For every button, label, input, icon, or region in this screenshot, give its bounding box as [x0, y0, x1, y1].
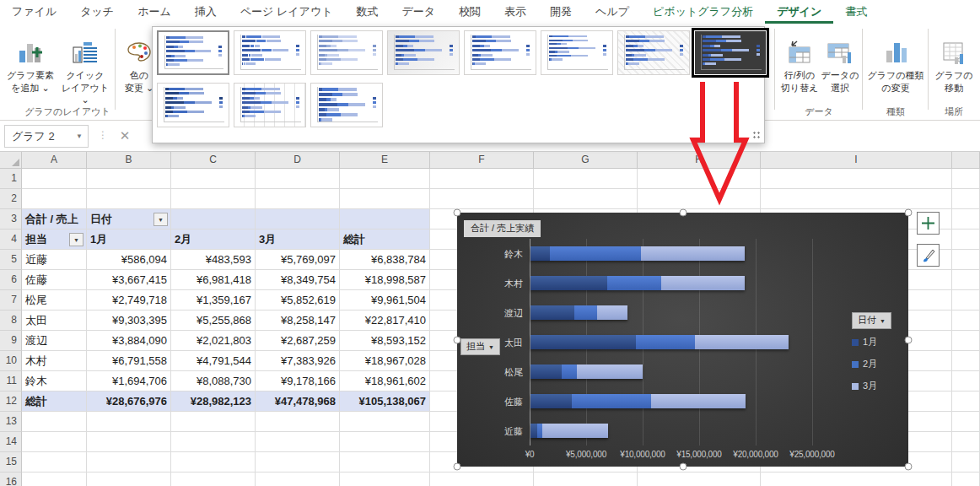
row-header[interactable]: 7 [0, 290, 22, 310]
column-header[interactable]: H [638, 152, 761, 169]
sheet-cell[interactable] [256, 189, 340, 209]
column-header[interactable]: D [256, 152, 340, 169]
gallery-resize-grip[interactable] [752, 131, 761, 139]
select-data-button[interactable]: データの 選択 [820, 29, 860, 115]
sheet-cell[interactable] [761, 189, 952, 209]
sheet-cell[interactable]: 松尾 [22, 290, 87, 310]
bar-segment-3月[interactable] [661, 276, 745, 290]
sheet-cell[interactable]: 鈴木 [22, 371, 87, 392]
row-header[interactable]: 3 [0, 209, 22, 230]
sheet-cell[interactable]: 1月 [87, 230, 171, 250]
sheet-cell[interactable] [87, 472, 171, 486]
sheet-cell[interactable]: ¥6,981,418 [171, 270, 256, 290]
sheet-cell[interactable]: ¥8,258,147 [256, 310, 340, 331]
sheet-cell[interactable]: ¥2,021,803 [171, 331, 256, 351]
sheet-cell[interactable]: ¥8,088,730 [171, 371, 256, 392]
column-header[interactable]: G [534, 152, 638, 169]
column-header[interactable]: A [22, 152, 87, 169]
sheet-cell[interactable]: ¥3,884,090 [87, 331, 171, 351]
bar-segment-1月[interactable] [530, 394, 572, 408]
sheet-cell[interactable]: ¥6,838,784 [340, 250, 430, 270]
sheet-cell[interactable] [171, 209, 256, 230]
name-box-dropdown-icon[interactable]: ▼ [76, 126, 83, 147]
sheet-cell[interactable] [171, 472, 256, 486]
cancel-button[interactable]: ✕ [113, 124, 137, 148]
sheet-cell[interactable]: 太田 [22, 310, 87, 331]
row-header[interactable]: 9 [0, 331, 22, 351]
ribbon-tab[interactable]: データ [390, 0, 448, 24]
bar-segment-1月[interactable] [530, 364, 562, 379]
resize-handle[interactable] [454, 336, 461, 343]
sheet-cell[interactable] [171, 412, 256, 432]
chart-style-thumbnail-pale[interactable] [310, 30, 383, 75]
change-chart-type-button[interactable]: グラフの種類 の変更 [865, 29, 926, 115]
sheet-cell[interactable]: ¥4,791,544 [171, 351, 256, 371]
resize-handle[interactable] [454, 463, 461, 471]
chart-style-thumbnail-dark[interactable] [694, 30, 767, 75]
sheet-cell[interactable] [22, 412, 87, 432]
sheet-cell[interactable]: ¥8,593,152 [340, 331, 430, 351]
sheet-cell[interactable]: ¥9,178,166 [256, 371, 340, 392]
resize-handle[interactable] [679, 209, 687, 217]
name-box[interactable]: グラフ 2▼ [4, 125, 89, 148]
sheet-cell[interactable] [952, 472, 980, 486]
column-header[interactable] [952, 152, 980, 169]
sheet-cell[interactable]: 渡辺 [22, 331, 87, 351]
legend-item[interactable]: 3月 [852, 380, 877, 392]
ribbon-tab[interactable]: 書式 [833, 0, 879, 24]
sheet-cell[interactable] [256, 472, 340, 486]
sheet-cell[interactable] [256, 209, 340, 230]
sheet-cell[interactable] [534, 169, 638, 189]
sheet-cell[interactable] [340, 472, 430, 486]
bar-segment-2月[interactable] [572, 394, 651, 408]
sheet-cell[interactable] [22, 189, 87, 209]
sheet-cell[interactable]: ¥9,961,504 [340, 290, 430, 310]
column-header[interactable]: I [761, 152, 952, 169]
ribbon-tab[interactable]: デザイン [765, 0, 833, 24]
sheet-cell[interactable] [952, 371, 980, 392]
sheet-cell[interactable]: ¥586,094 [87, 250, 171, 270]
row-header[interactable]: 1 [0, 169, 22, 189]
add-chart-element-button[interactable]: グラフ要素 を追加 ⌄ [3, 29, 57, 115]
sheet-cell[interactable] [171, 169, 256, 189]
sheet-cell[interactable]: ¥28,982,123 [171, 392, 256, 412]
row-header[interactable]: 4 [0, 230, 22, 250]
sheet-cell[interactable] [256, 432, 340, 452]
legend-field-button[interactable]: 日付▼ [852, 312, 891, 329]
bar-segment-2月[interactable] [562, 364, 577, 379]
sheet-cell[interactable] [952, 452, 980, 472]
bar-segment-3月[interactable] [641, 246, 745, 261]
sheet-cell[interactable]: ¥1,694,706 [87, 371, 171, 392]
stacked-bar[interactable] [530, 246, 745, 261]
sheet-cell[interactable]: 総計 [340, 230, 430, 250]
row-header[interactable]: 2 [0, 189, 22, 209]
sheet-cell[interactable] [22, 472, 87, 486]
sheet-cell[interactable]: 3月 [256, 230, 340, 250]
resize-handle[interactable] [905, 463, 913, 471]
sheet-cell[interactable] [87, 432, 171, 452]
sheet-cell[interactable] [340, 169, 430, 189]
pivot-chart[interactable]: 合計 / 売上実績 担当▼ 日付▼ 1月2月3月 ¥0¥5,000,000¥10… [457, 213, 908, 467]
ribbon-tab[interactable]: ファイル [0, 0, 68, 24]
resize-handle[interactable] [905, 209, 913, 217]
ribbon-tab[interactable]: ピボットグラフ分析 [641, 0, 765, 24]
ribbon-tab[interactable]: ヘルプ [584, 0, 641, 24]
sheet-cell[interactable]: ¥5,255,868 [171, 310, 256, 331]
resize-handle[interactable] [679, 463, 687, 471]
sheet-cell[interactable]: ¥2,687,259 [256, 331, 340, 351]
column-header[interactable]: F [430, 152, 534, 169]
ribbon-tab[interactable]: 開発 [538, 0, 584, 24]
switch-row-column-button[interactable]: 行/列の 切り替え [778, 29, 821, 115]
ribbon-tab[interactable]: タッチ [68, 0, 126, 24]
chart-style-thumbnail-bold[interactable] [310, 83, 383, 127]
sheet-cell[interactable] [22, 452, 87, 472]
sheet-cell[interactable] [952, 189, 980, 209]
sheet-cell[interactable] [952, 270, 980, 290]
sheet-cell[interactable]: 担当▼ [22, 230, 87, 250]
sheet-cell[interactable] [761, 472, 952, 486]
chart-style-thumbnail-grid[interactable] [234, 83, 306, 127]
column-header[interactable]: E [340, 152, 430, 169]
sheet-cell[interactable] [256, 452, 340, 472]
stacked-bar[interactable] [530, 394, 746, 408]
sheet-cell[interactable] [340, 452, 430, 472]
